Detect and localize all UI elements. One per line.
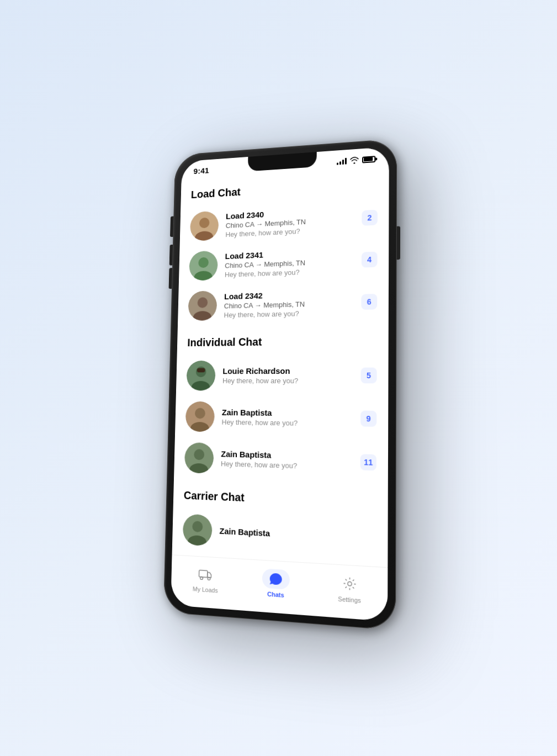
status-icons <box>336 155 375 165</box>
chat-info-zain-2: Zain Baptista Hey there, how are you? <box>220 449 352 472</box>
avatar-louie <box>186 360 215 390</box>
chat-preview-zain-1: Hey there, how are you? <box>221 417 352 428</box>
tab-icon-wrap-chats <box>262 568 289 590</box>
phone-device: 9:41 <box>163 138 396 630</box>
tab-my-loads[interactable]: My Loads <box>171 559 240 599</box>
gear-icon <box>342 576 356 591</box>
truck-icon <box>198 568 212 580</box>
badge-zain-2: 11 <box>360 454 376 470</box>
badge-load-2342: 6 <box>361 294 377 310</box>
badge-zain-1: 9 <box>360 410 376 426</box>
avatar-load-2341 <box>189 250 218 281</box>
chat-item-load-2340[interactable]: Load 2340 Chino CA → Memphis, TN Hey the… <box>189 196 377 246</box>
chat-info-carrier-zain: Zain Baptista <box>219 526 376 544</box>
chat-name-carrier-zain: Zain Baptista <box>219 526 376 543</box>
avatar-zain-1 <box>185 401 215 432</box>
signal-icon <box>336 157 346 165</box>
svg-point-24 <box>208 577 210 580</box>
battery-icon <box>362 155 375 162</box>
avatar-carrier-zain <box>182 514 212 546</box>
tab-icon-wrap-my-loads <box>192 564 219 585</box>
tab-icon-wrap-settings <box>335 573 364 595</box>
chat-item-zain-1[interactable]: Zain Baptista Hey there, how are you? 9 <box>185 396 376 441</box>
chat-bubble-icon <box>268 572 283 586</box>
chat-item-louie[interactable]: Louie Richardson Hey there, how are you?… <box>186 353 377 396</box>
chat-list-content: Load Chat Load 2340 Chino CA → Memphis, … <box>172 166 389 567</box>
chat-info-louie: Louie Richardson Hey there, how are you? <box>222 366 352 385</box>
badge-louie: 5 <box>360 367 376 383</box>
svg-rect-22 <box>199 570 207 577</box>
chat-item-carrier-zain[interactable]: Zain Baptista <box>182 508 376 555</box>
tab-label-my-loads: My Loads <box>192 585 218 594</box>
tab-chats[interactable]: Chats <box>240 563 312 604</box>
phone-outer-shell: 9:41 <box>163 138 396 630</box>
chat-item-load-2341[interactable]: Load 2341 Chino CA → Memphis, TN Hey the… <box>188 238 377 286</box>
chat-item-zain-2[interactable]: Zain Baptista Hey there, how are you? 11 <box>184 437 376 484</box>
chat-name-zain-1: Zain Baptista <box>221 408 352 419</box>
badge-load-2341: 4 <box>361 251 377 267</box>
individual-chat-section-title: Individual Chat <box>187 334 377 349</box>
chat-info-zain-1: Zain Baptista Hey there, how are you? <box>221 408 352 428</box>
wifi-icon <box>349 156 358 164</box>
chat-info-load-2340: Load 2340 Chino CA → Memphis, TN Hey the… <box>225 204 354 238</box>
status-time: 9:41 <box>193 166 209 176</box>
svg-point-25 <box>347 581 351 586</box>
chat-item-load-2342[interactable]: Load 2342 Chino CA → Memphis, TN Hey the… <box>188 280 377 326</box>
tab-settings[interactable]: Settings <box>312 568 388 609</box>
svg-point-23 <box>200 577 203 579</box>
chat-preview-louie: Hey there, how are you? <box>222 376 352 384</box>
chat-info-load-2341: Load 2341 Chino CA → Memphis, TN Hey the… <box>224 246 353 278</box>
chat-info-load-2342: Load 2342 Chino CA → Memphis, TN Hey the… <box>224 288 353 319</box>
load-chat-section-title: Load Chat <box>190 177 378 201</box>
chat-name-louie: Louie Richardson <box>222 366 353 376</box>
phone-screen: 9:41 <box>171 146 389 621</box>
tab-label-chats: Chats <box>267 590 284 599</box>
avatar-load-2340 <box>189 210 219 241</box>
avatar-zain-2 <box>184 442 214 473</box>
avatar-load-2342 <box>188 290 217 321</box>
badge-load-2340: 2 <box>362 209 378 225</box>
carrier-chat-section-title: Carrier Chat <box>183 489 376 509</box>
tab-label-settings: Settings <box>338 595 361 604</box>
